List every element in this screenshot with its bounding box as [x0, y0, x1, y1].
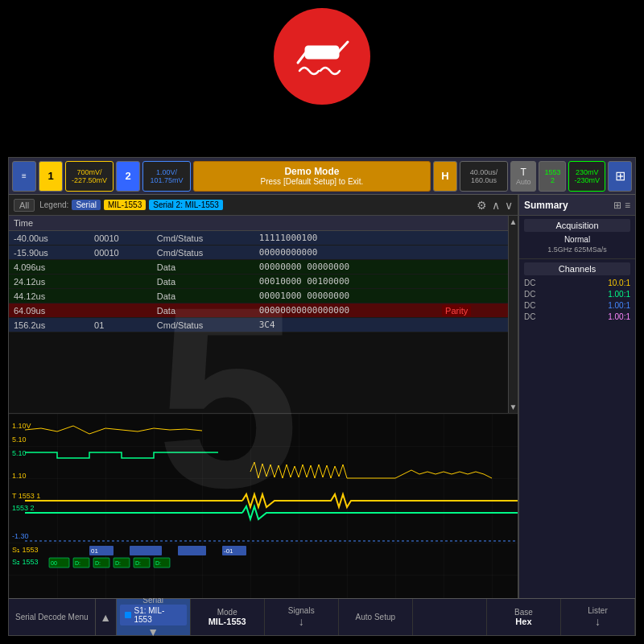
- time-value[interactable]: 40.00us/ 160.0us: [460, 161, 508, 192]
- svg-text:D:: D:: [95, 560, 101, 566]
- summary-list-icon[interactable]: ≡: [625, 200, 630, 211]
- menu-item-spacer: [413, 599, 487, 635]
- ch2-ratio: 1.00:1: [608, 290, 630, 299]
- waveform-area: 1.10V 5.10 5.10 1.10 T 1553 1: [9, 413, 518, 598]
- acquisition-rate: 1.5GHz 625MSa/s: [547, 246, 607, 254]
- ch1-button[interactable]: 1: [39, 161, 63, 192]
- col-time: Time: [9, 216, 89, 231]
- decode-settings-icon[interactable]: ⚙: [477, 199, 487, 212]
- cell-src: [89, 275, 152, 289]
- menu-button[interactable]: ≡: [12, 161, 36, 192]
- status-badge: Parity: [442, 305, 471, 316]
- decode-table-container: Time -40.00us00010Cmd/Status11111000100-…: [9, 216, 518, 413]
- acquisition-mode-row: Normal: [524, 235, 630, 244]
- mode-menu-value: MIL-1553: [208, 617, 246, 626]
- acquisition-mode: Normal: [564, 235, 590, 244]
- col-data: [254, 216, 437, 231]
- svg-text:01: 01: [91, 547, 98, 555]
- table-scrollbar[interactable]: ▲ ▼: [508, 216, 518, 413]
- decode-panel: All Legend: Serial MIL-1553 Serial 2: MI…: [9, 195, 518, 598]
- cell-status: [437, 318, 508, 332]
- menu-item-auto-setup[interactable]: Auto Setup: [339, 599, 413, 635]
- menu-item-lister[interactable]: Lister ↓: [561, 599, 635, 635]
- cell-status: [437, 231, 508, 246]
- s1-seg2: [130, 546, 162, 555]
- cell-src: 01: [89, 318, 152, 332]
- grid-background: [9, 414, 518, 598]
- s1-label: S₁ 1553: [12, 546, 39, 554]
- ch-row-1: DC 10.0:1: [524, 279, 630, 287]
- ch2-value[interactable]: 1.00V/ 101.75mV: [142, 161, 191, 192]
- h-button[interactable]: H: [433, 161, 457, 192]
- cell-status: Parity: [437, 303, 508, 318]
- cell-time: 44.12us: [9, 289, 89, 303]
- acquisition-rate-row: 1.5GHz 625MSa/s: [524, 246, 630, 254]
- cell-data: 11111000100: [254, 231, 437, 246]
- scroll-up-arrow[interactable]: ▲: [508, 216, 518, 228]
- legend-serial2-mil1553: Serial 2: MIL-1553: [149, 200, 223, 210]
- cell-time: 64.09us: [9, 303, 89, 318]
- cell-type: Data: [152, 260, 254, 275]
- cell-time: 4.096us: [9, 260, 89, 275]
- cell-data: 00000000000: [254, 246, 437, 260]
- decode-filter[interactable]: All: [14, 199, 35, 212]
- scroll-down-arrow[interactable]: ▼: [508, 401, 518, 413]
- cell-type: Cmd/Status: [152, 318, 254, 332]
- summary-settings-icon[interactable]: ⊞: [613, 200, 621, 211]
- s2-label: S₂ 1553: [12, 558, 39, 566]
- svg-text:D:: D:: [75, 560, 80, 566]
- ch1-label-2: 5.10: [12, 436, 27, 444]
- cell-status: [437, 246, 508, 260]
- mv-button[interactable]: 230mV -230mV: [568, 161, 605, 192]
- svg-line-1: [298, 52, 306, 63]
- cell-src: [89, 289, 152, 303]
- svg-text:D:: D:: [155, 560, 161, 566]
- decode-collapse-icon[interactable]: ∧: [492, 199, 500, 212]
- menu-item-signals[interactable]: Signals ↓: [265, 599, 339, 635]
- summary-title: Summary: [524, 200, 610, 211]
- cell-type: Data: [152, 303, 254, 318]
- table-row: 24.12usData00010000 00100000: [9, 275, 508, 289]
- cell-time: 24.12us: [9, 275, 89, 289]
- serial-tag: S1: MIL-1553: [120, 605, 187, 625]
- ch-row-2: DC 1.00:1: [524, 290, 630, 299]
- acquisition-label: Acquisition: [524, 219, 630, 232]
- instrument-ui: ≡ 1 700mV/ -227.50mV 2 1.00V/ 101.75mV D…: [8, 157, 636, 636]
- cell-time: -40.00us: [9, 231, 89, 246]
- logo-icon: [290, 24, 354, 89]
- cell-type: Data: [152, 289, 254, 303]
- acquisition-section: Acquisition Normal 1.5GHz 625MSa/s: [519, 216, 635, 259]
- col-status: [437, 216, 508, 231]
- decode-legend: Legend: Serial MIL-1553 Serial 2: MIL-15…: [39, 200, 472, 210]
- legend-mil1553: MIL-1553: [104, 200, 146, 210]
- s1-seg3: [178, 546, 206, 555]
- table-row: 156.2us01Cmd/Status3C4: [9, 318, 508, 332]
- acq-button[interactable]: ⊞: [608, 161, 632, 192]
- cell-data: 00010000 00100000: [254, 275, 437, 289]
- svg-text:-01: -01: [224, 547, 233, 555]
- menu-item-mode[interactable]: Mode MIL-1553: [191, 599, 265, 635]
- ch3-ratio: 1.00:1: [608, 301, 630, 310]
- ch1-value[interactable]: 700mV/ -227.50mV: [65, 161, 114, 192]
- ch1-coupling: DC: [524, 279, 535, 287]
- col-src: [89, 216, 152, 231]
- cell-time: -15.90us: [9, 246, 89, 260]
- menu-item-serial[interactable]: Serial S1: MIL-1553 ▼: [117, 599, 191, 635]
- content-area: All Legend: Serial MIL-1553 Serial 2: MI…: [9, 195, 635, 598]
- ch2-label: 5.10: [12, 449, 27, 457]
- t-button[interactable]: T Auto: [510, 161, 537, 192]
- serial-arrow-down: ▼: [147, 625, 159, 638]
- svg-text:D:: D:: [115, 560, 121, 566]
- cell-data: 00001000 00000000: [254, 289, 437, 303]
- svg-line-2: [338, 42, 348, 52]
- toolbar: ≡ 1 700mV/ -227.50mV 2 1.00V/ 101.75mV D…: [9, 158, 635, 195]
- menu-up-arrow[interactable]: ▲: [96, 599, 117, 635]
- summary-header: Summary ⊞ ≡: [519, 195, 635, 216]
- bus-button[interactable]: 1553 2: [539, 161, 566, 192]
- menu-item-base[interactable]: Base Hex: [487, 599, 561, 635]
- cell-src: [89, 260, 152, 275]
- lister-arrow-down: ↓: [595, 615, 601, 628]
- serial-dot: [125, 612, 131, 618]
- decode-expand-icon[interactable]: ∨: [505, 199, 513, 212]
- ch2-button[interactable]: 2: [116, 161, 140, 192]
